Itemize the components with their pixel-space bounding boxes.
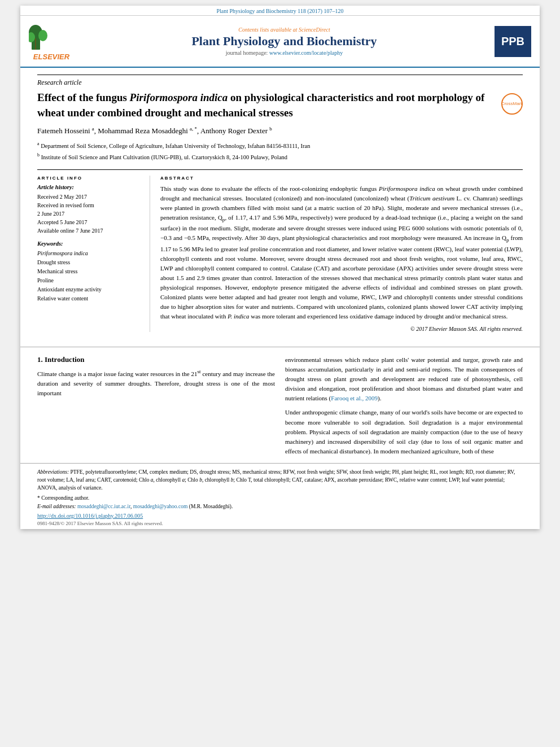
- author2-name: Mohammad Reza Mosaddeghi: [98, 127, 188, 136]
- title-italic: Piriformospora indica: [130, 91, 228, 103]
- journal-topbar: Plant Physiology and Biochemistry 118 (2…: [20, 6, 540, 16]
- affiliation-b: b Institute of Soil Science and Plant Cu…: [37, 152, 523, 161]
- email-footnote: E-mail addresses: mosaddeghi@cc.iut.ac.i…: [37, 503, 523, 510]
- author3-name: Anthony Roger Dexter: [200, 127, 268, 136]
- abstract-column: ABSTRACT This study was done to evaluate…: [160, 176, 523, 332]
- intro-col2-para2: Under anthropogenic climate change, many…: [285, 408, 523, 456]
- accepted-date: Accepted 5 June 2017: [37, 218, 144, 226]
- received-date: Received 2 May 2017: [37, 193, 144, 201]
- abbreviations-footnote: Abbreviations: PTFE, polytetrafluoroethy…: [37, 468, 523, 492]
- keyword-2: Drought stress: [37, 258, 144, 267]
- info-abstract-section: ARTICLE INFO Article history: Received 2…: [37, 169, 523, 332]
- article-info-heading: ARTICLE INFO: [37, 176, 144, 181]
- keyword-6: Relative water content: [37, 294, 144, 303]
- article-info-column: ARTICLE INFO Article history: Received 2…: [37, 176, 150, 332]
- email2-link[interactable]: mosaddeghi@yahoo.com: [133, 504, 188, 509]
- sciencedirect-name: ScienceDirect: [299, 27, 330, 33]
- introduction-section: 1. Introduction Climate change is a majo…: [20, 355, 540, 462]
- article-main-title: Effect of the fungus Piriformospora indi…: [37, 90, 523, 120]
- ppb-logo: PPB: [495, 26, 531, 57]
- author2-sup: a, *: [190, 126, 197, 132]
- section-number: 1.: [37, 355, 43, 364]
- section-divider: [20, 347, 540, 347]
- author3-sup: b: [269, 126, 272, 132]
- authors-line: Fatemeh Hosseini a, Mohammad Reza Mosadd…: [37, 126, 523, 136]
- section-title: Introduction: [45, 355, 85, 364]
- affiliation-b-text: Institute of Soil Science and Plant Cult…: [41, 154, 287, 160]
- email1-link[interactable]: mosaddeghi@cc.iut.ac.ir: [77, 504, 130, 509]
- journal-title: Plant Physiology and Biochemistry: [80, 34, 489, 49]
- abstract-text: This study was done to evaluate the effe…: [160, 184, 523, 321]
- author1-sup: a: [92, 126, 94, 132]
- keyword-1: Piriformospora indica: [37, 249, 144, 258]
- available-date: Available online 7 June 2017: [37, 226, 144, 235]
- article-title-block: CrossMark Effect of the fungus Piriformo…: [37, 90, 523, 120]
- article-section-label: Research article: [37, 75, 523, 87]
- doi-link[interactable]: http://dx.doi.org/10.1016/j.plaphy.2017.…: [37, 513, 523, 519]
- footnote-section: Abbreviations: PTFE, polytetrafluoroethy…: [20, 463, 540, 529]
- copyright-text: © 2017 Elsevier Masson SAS. All rights r…: [160, 326, 523, 332]
- crossmark-circle: CrossMark: [501, 93, 523, 115]
- journal-homepage: journal homepage: www.elsevier.com/locat…: [80, 50, 489, 56]
- elsevier-logo: ELSEVIER: [29, 21, 74, 61]
- intro-heading: 1. Introduction: [37, 355, 275, 364]
- elsevier-text: ELSEVIER: [33, 53, 69, 61]
- journal-header-center: Contents lists available at ScienceDirec…: [80, 27, 489, 56]
- corresponding-footnote: * Corresponding author.: [37, 494, 523, 502]
- svg-point-2: [38, 30, 47, 41]
- title-part1: Effect of the fungus: [37, 91, 130, 103]
- affiliation-a: a Department of Soil Science, College of…: [37, 141, 523, 150]
- elsevier-logo-svg: [29, 21, 74, 53]
- article-history-label: Article history:: [37, 184, 144, 190]
- keywords-label: Keywords:: [37, 241, 144, 247]
- keyword-4: Proline: [37, 276, 144, 285]
- journal-header: ELSEVIER Contents lists available at Sci…: [20, 16, 540, 68]
- journal-page: Plant Physiology and Biochemistry 118 (2…: [20, 6, 540, 529]
- intro-col1-text: Climate change is a major issue facing w…: [37, 368, 275, 398]
- journal-url[interactable]: www.elsevier.com/locate/plaphy: [269, 50, 343, 56]
- received-revised-label: Received in revised form: [37, 201, 144, 209]
- issn-text: 0981-9428/© 2017 Elsevier Masson SAS. Al…: [37, 521, 523, 526]
- intro-col-right: environmental stresses which reduce plan…: [285, 355, 523, 456]
- keyword-3: Mechanical stress: [37, 267, 144, 276]
- keywords-section: Keywords: Piriformospora indica Drought …: [37, 241, 144, 303]
- intro-col-left: 1. Introduction Climate change is a majo…: [37, 355, 275, 456]
- author1-name: Fatemeh Hosseini: [37, 127, 90, 136]
- sciencedirect-link: Contents lists available at ScienceDirec…: [80, 27, 489, 33]
- received-revised-date: 2 June 2017: [37, 209, 144, 218]
- journal-citation: Plant Physiology and Biochemistry 118 (2…: [216, 8, 343, 14]
- email-for: (M.R. Mosaddeghi).: [189, 504, 233, 509]
- ppb-text: PPB: [501, 36, 524, 47]
- farooq-citation[interactable]: Farooq et al., 2009: [331, 395, 378, 401]
- affiliation-a-text: Department of Soil Science, College of A…: [41, 142, 310, 148]
- article-content: Research article CrossMark Effect of the…: [20, 68, 540, 339]
- crossmark-badge: CrossMark: [501, 93, 523, 115]
- keyword-5: Antioxidant enzyme activity: [37, 285, 144, 294]
- intro-col2-para1: environmental stresses which reduce plan…: [285, 355, 523, 403]
- abstract-heading: ABSTRACT: [160, 176, 523, 181]
